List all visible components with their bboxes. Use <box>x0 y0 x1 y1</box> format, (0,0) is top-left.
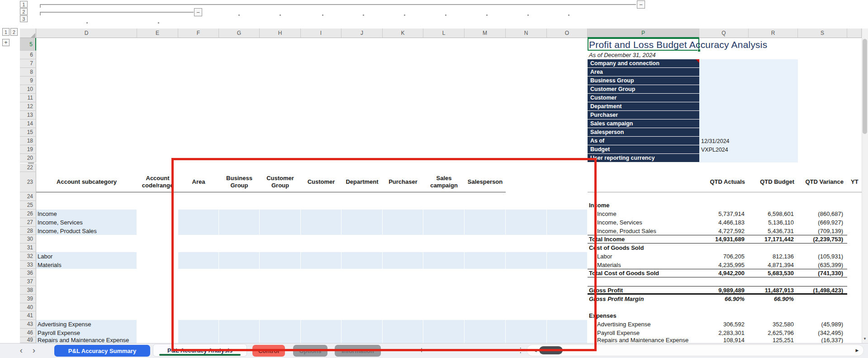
column-header-K[interactable]: K <box>383 29 423 38</box>
table-header-p-blank[interactable] <box>588 172 699 192</box>
table-header-f-area[interactable]: Area <box>178 172 219 192</box>
row-header-19[interactable]: 19 <box>20 145 36 154</box>
pl-cell-qtd_budget[interactable]: 11,487,913 <box>749 286 798 295</box>
info-label-cell-sales-campaign[interactable]: Sales campaign <box>588 119 699 128</box>
pl-row-label-advertising-expense[interactable]: Advertising Expense <box>597 320 698 329</box>
column-header-M[interactable]: M <box>465 29 506 38</box>
table-header-r-qtd-budget[interactable]: QTD Budget <box>749 172 798 192</box>
info-value-cell-as-of[interactable]: 12/31/2024 <box>701 137 749 145</box>
row-header-10[interactable]: 10 <box>20 85 36 94</box>
column-header-H[interactable]: H <box>260 29 301 38</box>
horizontal-scrollbar-track[interactable] <box>526 344 864 356</box>
pl-cell-qtd_actuals[interactable]: 4,727,592 <box>699 227 749 235</box>
info-label-cell-company-and-connection[interactable]: Company and connection <box>588 59 699 68</box>
row-header-37[interactable]: 37 <box>20 277 36 286</box>
outline-col-level-3-button[interactable]: 3 <box>20 15 28 22</box>
table-header-q-qtd-actuals[interactable]: QTD Actuals <box>699 172 749 192</box>
row-header-20[interactable]: 20 <box>20 154 36 162</box>
pl-cell-qtd_budget[interactable]: 5,436,731 <box>749 227 798 235</box>
scroll-right-icon[interactable]: ▶ <box>854 347 860 354</box>
row-header-5[interactable]: 5 <box>20 38 36 51</box>
tab-overflow-icon[interactable]: ⋮ <box>517 345 524 355</box>
outline-row-level-1-button[interactable]: 1 <box>2 28 9 36</box>
column-header-S[interactable]: S <box>798 29 847 38</box>
account-subcategory-cell[interactable]: Income, Services <box>38 218 136 227</box>
account-subcategory-cell[interactable]: Income <box>38 210 136 218</box>
account-subcategory-cell[interactable]: Labor <box>38 252 136 261</box>
pl-cell-qtd_actuals[interactable]: 4,235,995 <box>699 261 749 269</box>
pl-row-label-materials[interactable]: Materials <box>597 261 698 269</box>
pl-cell-qtd_actuals[interactable]: 706,205 <box>699 252 749 261</box>
sheet-nav-left-icon[interactable]: ‹ <box>16 345 26 356</box>
pl-cell-qtd_variance[interactable]: (860,687) <box>798 210 847 218</box>
row-header-31[interactable]: 31 <box>20 243 36 252</box>
info-label-cell-customer-group[interactable]: Customer Group <box>588 85 699 94</box>
sheet-nav-right-icon[interactable]: › <box>29 345 39 356</box>
row-header-12[interactable]: 12 <box>20 102 36 111</box>
pl-cell-qtd_variance[interactable]: (342,495) <box>798 329 847 337</box>
column-header-Q[interactable]: Q <box>699 29 749 38</box>
row-header-46[interactable]: 46 <box>20 329 36 337</box>
info-label-cell-customer[interactable]: Customer <box>588 94 699 102</box>
row-header-41[interactable]: 41 <box>20 311 36 320</box>
info-value-cell-budget[interactable]: VXPL2024 <box>701 145 749 154</box>
pl-cell-qtd_variance[interactable]: (741,330) <box>798 269 847 277</box>
row-header-32[interactable]: 32 <box>20 252 36 261</box>
row-header-13[interactable]: 13 <box>20 111 36 119</box>
pl-row-label-gross-profit[interactable]: Gross Profit <box>589 286 698 295</box>
pl-cell-qtd_variance[interactable]: (45,989) <box>798 320 847 329</box>
row-header-7[interactable]: 7 <box>20 59 36 68</box>
row-header-43[interactable]: 43 <box>20 320 36 329</box>
column-header-G[interactable]: G <box>219 29 260 38</box>
pl-cell-qtd_variance[interactable]: (709,139) <box>798 227 847 235</box>
outline-collapse-level2-button[interactable]: − <box>194 8 202 16</box>
pl-cell-qtd_budget[interactable]: 17,171,442 <box>749 235 798 243</box>
info-label-cell-department[interactable]: Department <box>588 102 699 111</box>
sheet-tab-information[interactable]: Information <box>335 345 381 357</box>
pl-row-label-labor[interactable]: Labor <box>597 252 698 261</box>
account-subcategory-cell[interactable]: Income, Product Sales <box>38 227 136 235</box>
row-header-18[interactable]: 18 <box>20 137 36 145</box>
table-header-j-department[interactable]: Department <box>342 172 383 192</box>
outline-collapse-level1-button[interactable]: − <box>637 0 645 9</box>
pl-cell-qtd_budget[interactable]: 5,683,530 <box>749 269 798 277</box>
table-header-g-business-group[interactable]: Business Group <box>219 172 260 192</box>
sheet-tab-options[interactable]: Options <box>293 345 327 357</box>
pl-cell-qtd_actuals[interactable]: 4,942,200 <box>699 269 749 277</box>
info-label-cell-business-group[interactable]: Business Group <box>588 76 699 85</box>
pl-cell-qtd_variance[interactable]: (16,337) <box>798 337 847 343</box>
table-header-l-sales-campaign[interactable]: Sales campaign <box>423 172 465 192</box>
column-header-I[interactable]: I <box>301 29 342 38</box>
account-subcategory-cell[interactable]: Payroll Expense <box>38 329 136 337</box>
table-header-t-yt[interactable]: YT <box>847 172 862 192</box>
pl-row-label-income-services[interactable]: Income, Services <box>597 218 698 227</box>
sheet-tab-control[interactable]: Control <box>252 345 285 357</box>
scroll-down-button[interactable]: ▼ <box>862 334 868 343</box>
pl-cell-qtd_budget[interactable]: 2,625,796 <box>749 329 798 337</box>
row-header-9[interactable]: 9 <box>20 76 36 85</box>
pl-cell-qtd_budget[interactable]: 125,251 <box>749 337 798 343</box>
pl-cell-qtd_actuals[interactable]: 5,737,914 <box>699 210 749 218</box>
info-label-cell-salesperson[interactable]: Salesperson <box>588 128 699 137</box>
outline-expand-button[interactable]: + <box>2 39 9 46</box>
pl-row-label-income-product-sales[interactable]: Income, Product Sales <box>597 227 698 235</box>
row-header-6[interactable]: 6 <box>20 51 36 59</box>
pl-cell-qtd_budget[interactable]: 5,136,110 <box>749 218 798 227</box>
info-label-cell-purchaser[interactable]: Purchaser <box>588 111 699 119</box>
pl-cell-qtd_budget[interactable]: 4,871,394 <box>749 261 798 269</box>
horizontal-scrollbar-thumb[interactable] <box>539 346 563 354</box>
pl-row-label-gross-profit-margin[interactable]: Gross Profit Margin <box>589 295 698 303</box>
sheet-tab-p-l-accuracy-summary[interactable]: P&L Accuracy Summary <box>54 345 150 357</box>
pl-row-label-income[interactable]: Income <box>589 201 698 210</box>
pl-row-label-payroll-expense[interactable]: Payroll Expense <box>597 329 698 337</box>
row-header-28[interactable]: 28 <box>20 227 36 235</box>
row-header-33[interactable]: 33 <box>20 261 36 269</box>
selection-fill-handle[interactable] <box>697 49 701 52</box>
info-label-cell-budget[interactable]: Budget <box>588 145 699 154</box>
pl-cell-qtd_variance[interactable]: (2,239,753) <box>798 235 847 243</box>
pl-cell-qtd_actuals[interactable]: 2,283,301 <box>699 329 749 337</box>
column-header-N[interactable]: N <box>506 29 547 38</box>
pl-cell-qtd_variance[interactable]: (1,498,423) <box>798 286 847 295</box>
table-header-i-customer[interactable]: Customer <box>301 172 342 192</box>
pl-cell-qtd_actuals[interactable]: 306,592 <box>699 320 749 329</box>
